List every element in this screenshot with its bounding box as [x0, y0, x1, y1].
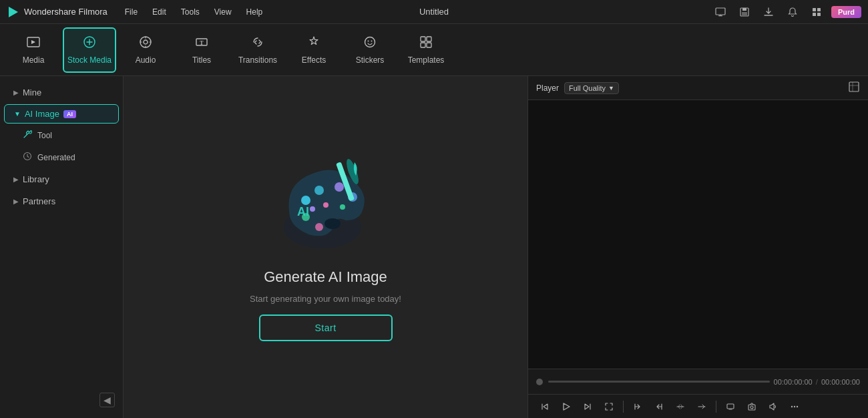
quality-value: Full Quality	[569, 84, 606, 92]
right-panel: Player Full Quality ▼ 00:00:00:00 / 00:0…	[527, 76, 868, 418]
effects-icon	[306, 35, 321, 53]
screen-mirror-button[interactable]	[722, 398, 739, 415]
svg-rect-40	[727, 404, 734, 409]
bottom-controls	[528, 394, 868, 418]
player-label: Player	[536, 83, 559, 93]
sidebar-library-label: Library	[23, 174, 49, 184]
player-progress-row: 00:00:00:00 / 00:00:00:00	[528, 369, 868, 394]
snapshot-button[interactable]	[743, 398, 761, 415]
trim-button[interactable]	[672, 398, 689, 415]
app-name: Wondershare Filmora	[24, 7, 107, 17]
menu-help[interactable]: Help	[240, 5, 270, 19]
sidebar-collapse-button[interactable]: ◀	[0, 387, 123, 413]
svg-rect-23	[427, 43, 431, 47]
sidebar-item-library[interactable]: ▶ Library	[4, 169, 119, 190]
svg-point-26	[301, 196, 310, 205]
download-icon[interactable]	[759, 3, 778, 21]
sidebar-item-partners[interactable]: ▶ Partners	[4, 191, 119, 212]
chevron-right-icon-2: ▶	[13, 176, 19, 183]
tab-stock-media[interactable]: Stock Media	[63, 27, 116, 73]
title-bar-right: Purd	[711, 3, 861, 21]
app-logo: Wondershare Filmora	[7, 5, 107, 19]
generate-title: Generate AI Image	[264, 268, 387, 286]
notification-icon[interactable]	[783, 3, 802, 21]
time-current: 00:00:00:00 / 00:00:00:00	[774, 378, 860, 386]
skip-back-button[interactable]	[536, 398, 554, 415]
grid-icon[interactable]	[807, 3, 826, 21]
palette-svg: AI	[276, 157, 376, 257]
mark-in-button[interactable]	[629, 398, 646, 415]
fullscreen-button[interactable]	[600, 398, 618, 415]
sidebar: ▶ Mine ▼ AI Image AI Tool Generated ▶ Li…	[0, 76, 124, 418]
player-bar: Player Full Quality ▼	[528, 76, 868, 100]
sidebar-generated-label: Generated	[37, 153, 75, 162]
stickers-icon	[363, 35, 377, 53]
upgrade-button[interactable]: Purd	[831, 6, 861, 18]
tab-audio[interactable]: Audio	[119, 27, 172, 73]
sidebar-sub-generated[interactable]: Generated	[4, 147, 119, 168]
menu-edit[interactable]: Edit	[146, 5, 173, 19]
player-view-icon[interactable]	[848, 81, 860, 95]
svg-rect-22	[421, 43, 425, 47]
start-button[interactable]: Start	[259, 315, 393, 341]
tab-media[interactable]: Media	[7, 27, 60, 73]
play-button[interactable]	[558, 398, 575, 415]
menu-bar: File Edit Tools View Help	[118, 5, 711, 19]
menu-tools[interactable]: Tools	[174, 5, 206, 19]
svg-marker-0	[9, 7, 18, 17]
tab-stock-media-label: Stock Media	[67, 55, 112, 65]
menu-view[interactable]: View	[208, 5, 238, 19]
control-separator-1	[623, 401, 624, 413]
sidebar-tool-label: Tool	[37, 131, 52, 140]
audio-icon	[138, 35, 153, 53]
svg-rect-41	[748, 405, 755, 410]
quality-select[interactable]: Full Quality ▼	[564, 82, 619, 94]
save-icon[interactable]	[735, 3, 754, 21]
more-options-button[interactable]	[786, 398, 803, 415]
tab-transitions[interactable]: Transitions	[231, 27, 284, 73]
collapse-icon[interactable]: ◀	[99, 393, 115, 407]
volume-button[interactable]	[765, 398, 782, 415]
trim-arrow-button[interactable]	[693, 398, 710, 415]
svg-rect-5	[742, 8, 746, 11]
svg-rect-39	[849, 82, 859, 91]
sidebar-partners-label: Partners	[23, 196, 55, 206]
filmora-logo-icon	[7, 5, 20, 19]
tab-titles-label: Titles	[192, 55, 211, 65]
quality-chevron-icon: ▼	[608, 85, 614, 91]
sidebar-sub-tool[interactable]: Tool	[4, 125, 119, 146]
skip-forward-button[interactable]	[579, 398, 596, 415]
main-area: ▶ Mine ▼ AI Image AI Tool Generated ▶ Li…	[0, 76, 868, 418]
progress-track[interactable]	[548, 381, 770, 383]
transitions-icon	[250, 35, 265, 53]
tab-titles[interactable]: T Titles	[175, 27, 228, 73]
svg-point-38	[323, 202, 329, 208]
svg-text:AI: AI	[297, 205, 309, 218]
svg-point-27	[314, 186, 324, 195]
menu-file[interactable]: File	[118, 5, 144, 19]
tab-effects[interactable]: Effects	[287, 27, 341, 73]
sidebar-item-mine[interactable]: ▶ Mine	[4, 82, 119, 103]
svg-point-32	[324, 218, 341, 229]
progress-bar-container[interactable]	[536, 379, 770, 385]
chevron-right-icon-3: ▶	[13, 198, 19, 205]
svg-point-17	[365, 37, 375, 47]
svg-point-43	[791, 405, 793, 407]
tab-stickers[interactable]: Stickers	[343, 27, 397, 73]
title-bar: Wondershare Filmora File Edit Tools View…	[0, 0, 868, 24]
sidebar-item-ai-image[interactable]: ▼ AI Image AI	[4, 104, 119, 124]
sidebar-ai-image-label: AI Image	[25, 109, 59, 119]
svg-point-36	[310, 206, 315, 212]
monitor-icon[interactable]	[711, 3, 730, 21]
svg-point-31	[315, 223, 323, 231]
tab-templates[interactable]: Templates	[399, 27, 453, 73]
tab-templates-label: Templates	[408, 55, 445, 65]
mark-out-button[interactable]	[650, 398, 668, 415]
svg-rect-10	[817, 13, 821, 16]
svg-rect-9	[813, 13, 816, 16]
svg-rect-20	[421, 37, 425, 41]
stock-media-icon	[82, 35, 97, 53]
tab-stickers-label: Stickers	[356, 55, 385, 65]
generated-icon	[23, 152, 32, 163]
svg-rect-2	[718, 15, 722, 16]
